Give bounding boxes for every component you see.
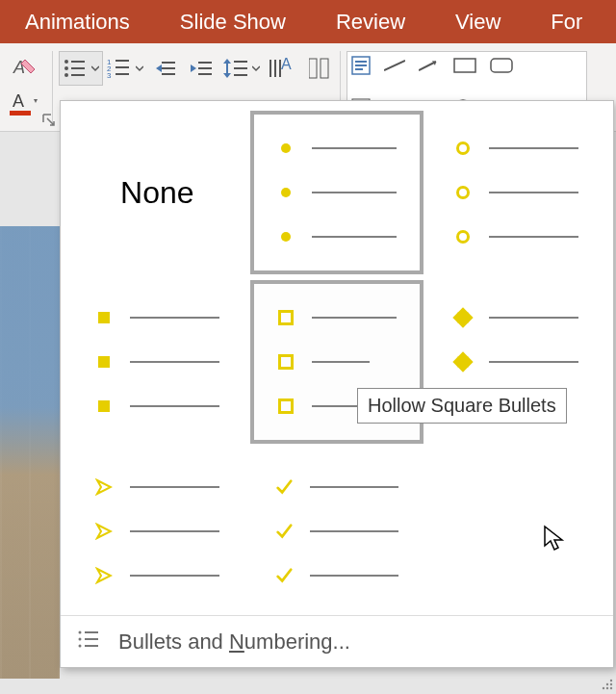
svg-rect-44 [85, 638, 98, 640]
align-text-button[interactable] [305, 51, 334, 86]
numbering-icon: 1 2 3 [107, 57, 136, 80]
dialog-launcher-icon[interactable] [42, 114, 56, 127]
clear-formatting-button[interactable]: A [6, 51, 42, 86]
svg-rect-42 [85, 631, 98, 633]
svg-point-49 [610, 683, 612, 685]
bullet-option-filled-square[interactable] [70, 280, 244, 444]
svg-rect-21 [226, 63, 228, 74]
svg-rect-22 [234, 61, 247, 63]
bullet-option-filled-round[interactable] [250, 111, 424, 274]
arrow-shape-icon [419, 59, 440, 72]
decrease-indent-button[interactable] [147, 51, 184, 86]
svg-point-3 [64, 60, 68, 64]
four-diamond-icon [454, 309, 472, 326]
svg-point-48 [606, 683, 608, 685]
svg-rect-29 [309, 59, 317, 78]
bullets-numbering-label: Bullets and Numbering... [118, 630, 350, 655]
svg-text:A: A [281, 56, 292, 72]
cursor-icon [543, 525, 568, 552]
hollow-circle-icon [454, 140, 472, 157]
line-spacing-icon [223, 57, 252, 80]
chevron-down-icon [252, 64, 260, 72]
svg-point-43 [79, 637, 82, 640]
chevron-down-icon [136, 64, 143, 72]
bullet-option-none[interactable]: None [70, 111, 244, 274]
svg-rect-8 [71, 74, 85, 76]
slide-background-image [0, 226, 60, 679]
svg-rect-28 [279, 60, 281, 77]
bullet-option-arrow[interactable] [70, 450, 244, 613]
bullets-numbering-icon [76, 627, 101, 657]
tab-slideshow[interactable]: Slide Show [155, 0, 311, 43]
tooltip: Hollow Square Bullets [357, 388, 567, 424]
rectangle-shape-icon [453, 58, 476, 73]
text-direction-icon: A [270, 56, 298, 81]
svg-text:3: 3 [107, 71, 112, 80]
svg-rect-20 [198, 73, 212, 75]
bullet-gallery-panel: None [60, 100, 614, 668]
svg-rect-32 [355, 61, 367, 63]
ribbon-tabs: Animations Slide Show Review View For [0, 0, 616, 43]
svg-rect-6 [71, 67, 85, 69]
svg-rect-10 [116, 60, 129, 62]
bullet-none-label: None [120, 175, 194, 211]
svg-text:A: A [13, 91, 24, 111]
textbox-shape-icon [351, 56, 371, 75]
tab-view[interactable]: View [430, 0, 526, 43]
font-color-button[interactable]: A [6, 86, 42, 120]
svg-rect-19 [198, 67, 212, 69]
bullets-icon [63, 57, 91, 80]
svg-point-51 [606, 687, 608, 689]
svg-rect-27 [274, 60, 276, 77]
bullet-option-hollow-round[interactable] [429, 111, 603, 274]
filled-square-icon [95, 309, 113, 326]
svg-rect-18 [198, 62, 212, 64]
svg-rect-46 [85, 645, 98, 647]
font-color-icon: A [10, 90, 38, 116]
tab-review[interactable]: Review [311, 0, 430, 43]
bullets-and-numbering-menuitem[interactable]: Bullets and Numbering... [61, 615, 613, 667]
svg-point-5 [64, 66, 68, 70]
svg-rect-2 [10, 111, 31, 116]
decrease-indent-icon [154, 59, 177, 78]
filled-dot-icon [277, 140, 295, 157]
svg-rect-12 [116, 66, 129, 68]
increase-indent-button[interactable] [184, 51, 220, 86]
checkmark-icon [275, 478, 293, 496]
bullets-split-button[interactable] [59, 51, 103, 86]
svg-point-52 [610, 687, 612, 689]
svg-rect-4 [71, 61, 85, 63]
tab-animations[interactable]: Animations [0, 0, 155, 43]
svg-rect-14 [116, 73, 129, 75]
tab-format[interactable]: For [526, 0, 607, 43]
svg-text:A: A [13, 58, 25, 77]
svg-rect-16 [162, 67, 175, 69]
chevron-down-icon [91, 64, 99, 72]
line-spacing-button[interactable] [220, 51, 263, 86]
svg-point-50 [603, 687, 604, 689]
svg-point-41 [79, 630, 82, 633]
slide-canvas [0, 226, 60, 679]
svg-rect-23 [234, 67, 247, 69]
svg-rect-26 [270, 60, 271, 77]
svg-rect-37 [454, 59, 475, 72]
svg-line-36 [419, 62, 436, 70]
svg-rect-30 [321, 59, 328, 78]
resize-grip-icon[interactable] [599, 677, 614, 692]
bullet-option-checkmark[interactable] [250, 450, 424, 613]
svg-rect-15 [162, 62, 175, 64]
svg-rect-33 [355, 64, 367, 66]
svg-point-47 [610, 680, 612, 681]
increase-indent-icon [191, 59, 214, 78]
svg-point-7 [64, 73, 68, 77]
columns-icon [309, 57, 330, 80]
numbering-split-button[interactable]: 1 2 3 [103, 51, 147, 86]
svg-rect-34 [355, 68, 363, 70]
svg-rect-38 [491, 59, 512, 72]
svg-line-35 [384, 61, 405, 70]
rounded-rect-shape-icon [490, 58, 513, 73]
text-direction-button[interactable]: A [263, 51, 305, 86]
line-shape-icon [384, 59, 405, 72]
svg-rect-24 [234, 74, 247, 76]
svg-point-45 [79, 644, 82, 647]
